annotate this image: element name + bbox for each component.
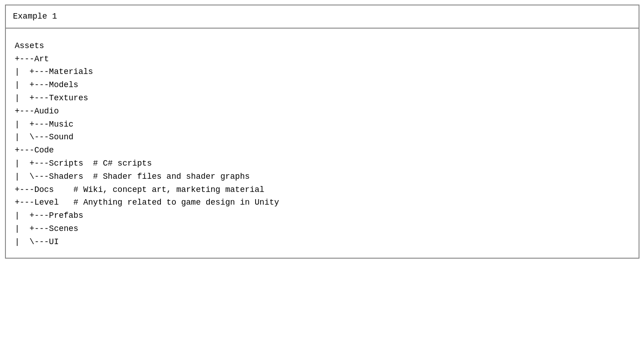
tree-line: | +---Materials [15,65,629,78]
tree-line: +---Code [15,144,629,157]
tree-line: +---Docs # Wiki, concept art, marketing … [15,183,629,196]
tree-line: | \---Shaders # Shader files and shader … [15,170,629,183]
tree-line: | +---Prefabs [15,209,629,222]
tree-line: | \---UI [15,235,629,249]
tree-line: +---Audio [15,105,629,118]
tree-line: +---Art [15,53,629,66]
tree-line: +---Level # Anything related to game des… [15,196,629,209]
example-title: Example 1 [13,12,57,21]
tree-line: | \---Sound [15,131,629,144]
tree-line: | +---Models [15,78,629,92]
tree-line: | +---Textures [15,92,629,105]
header-row: Example 1 [6,5,639,29]
tree-container: Assets+---Art| +---Materials| +---Models… [15,39,629,249]
content-area: Assets+---Art| +---Materials| +---Models… [6,29,639,258]
tree-line: Assets [15,39,629,53]
tree-line: | +---Scripts # C# scripts [15,157,629,170]
tree-line: | +---Music [15,118,629,131]
tree-line: | +---Scenes [15,222,629,235]
main-container: Example 1 Assets+---Art| +---Materials| … [5,5,639,259]
